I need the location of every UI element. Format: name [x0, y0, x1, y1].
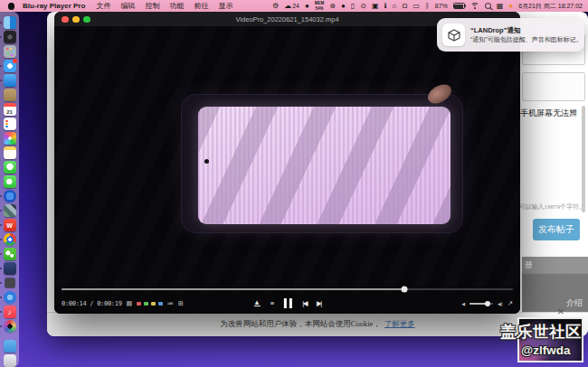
desktop: Blu-ray Player Pro 文件编辑控制功能前往显示 ⚙☁24●MEM… — [0, 0, 588, 367]
input-source-icon[interactable]: ▦ — [497, 3, 504, 10]
record-icon[interactable]: ⊙ — [360, 3, 366, 10]
watermark-community: 盖乐世社区 — [500, 321, 582, 343]
photos-icon — [4, 132, 16, 145]
collage-icon — [4, 204, 16, 217]
dock-playerdisc[interactable] — [4, 320, 16, 333]
speaker-wave-glyph: ) — [501, 301, 503, 306]
stop-square-icon[interactable]: ▣ — [372, 3, 379, 10]
menu-app-name[interactable]: Blu-ray Player Pro — [23, 2, 85, 10]
dock-wps[interactable]: W — [4, 219, 16, 231]
menu-编辑[interactable]: 编辑 — [120, 1, 135, 11]
menu-控制[interactable]: 控制 — [145, 1, 159, 11]
running-indicator — [0, 65, 2, 67]
running-indicator — [0, 195, 2, 197]
notification-badge — [13, 59, 17, 63]
notification-texts: “LANDrop”通知 “通知”可能包括提醒、声音和图标标记。 — [470, 26, 579, 44]
dock-photos[interactable] — [4, 132, 16, 145]
screen-record-dot-icon[interactable]: ● — [508, 3, 513, 10]
bluetooth-icon[interactable]: ᛒ — [425, 3, 430, 10]
menu-bar: Blu-ray Player Pro 文件编辑控制功能前往显示 ⚙☁24●MEM… — [0, 0, 588, 12]
menu-items: 文件编辑控制功能前往显示 — [96, 1, 232, 11]
dock-messages[interactable] — [4, 161, 16, 174]
controls-right-group: ◀ ◀) ↗ — [461, 300, 513, 307]
seek-progress — [62, 288, 404, 290]
video-canvas[interactable]: 0:00:14 / 0:00:19 ▤ ≔ ⊞ ▲ ≡ |◀ ▶| ◀ — [54, 26, 520, 314]
apple-menu-icon[interactable] — [8, 3, 14, 10]
notification-banner[interactable]: “LANDrop”通知 “通知”可能包括提醒、声音和图标标记。 — [437, 18, 584, 52]
dock-cblue[interactable] — [4, 190, 16, 202]
volume-slider[interactable] — [469, 303, 493, 305]
volume-low-icon[interactable]: ◀ — [461, 301, 465, 306]
pause-button[interactable] — [284, 298, 292, 308]
running-indicator — [0, 224, 2, 226]
dock-mail[interactable] — [4, 74, 16, 87]
page-scrollbar[interactable] — [582, 106, 585, 212]
battery-icon[interactable] — [453, 3, 465, 9]
dock-darkdisc[interactable] — [4, 31, 16, 43]
close-overlay-icon[interactable]: × — [557, 306, 564, 317]
panel-row-text: 册 — [522, 257, 588, 273]
panel-row-text: 介绍 — [566, 297, 583, 309]
dock-notes[interactable] — [4, 146, 16, 159]
notification-title: “LANDrop”通知 — [470, 26, 579, 35]
grid-icon[interactable]: ⊞ — [178, 300, 184, 307]
playlist-icon[interactable]: ≔ — [167, 300, 174, 307]
wifi-icon[interactable] — [470, 3, 479, 10]
seek-handle[interactable] — [402, 287, 408, 293]
chapters-icon[interactable]: ▤ — [127, 300, 133, 307]
dock-safari[interactable] — [4, 60, 16, 72]
publish-post-button[interactable]: 发布帖子 — [533, 219, 580, 240]
memory-indicator[interactable]: MEM54% — [315, 1, 325, 11]
downloads-icon — [4, 340, 16, 353]
menu-前往[interactable]: 前往 — [194, 1, 208, 11]
document-icon[interactable]: ▯ — [351, 3, 355, 10]
dock-collage[interactable] — [4, 204, 16, 217]
fullscreen-icon[interactable]: ↗ — [507, 300, 513, 307]
dock-downloads[interactable] — [4, 340, 16, 353]
cloud-icon[interactable]: ☁24 — [284, 3, 299, 10]
headphones-icon[interactable]: Ω — [402, 3, 407, 10]
dock-calendar[interactable]: 21 — [4, 103, 16, 116]
home-icon[interactable]: ⌂ — [393, 3, 397, 10]
form-field-bottom[interactable] — [522, 72, 585, 101]
dock-applemusic[interactable]: ♪ — [4, 306, 16, 318]
dock-finder[interactable] — [4, 16, 16, 29]
next-track-icon[interactable]: ▶| — [317, 300, 321, 307]
eject-icon[interactable]: ▲ — [253, 300, 260, 307]
applemusic-icon: ♪ — [4, 306, 16, 318]
dock-tanapp[interactable] — [4, 89, 16, 101]
datetime[interactable]: 6月21日 周二 18:27:02 — [518, 2, 583, 11]
dock-chrome[interactable] — [4, 233, 16, 246]
running-indicator — [0, 253, 2, 255]
color-markers[interactable] — [137, 302, 163, 306]
dark-circle-icon[interactable]: ● — [305, 3, 309, 10]
dock-reminders[interactable] — [4, 118, 16, 130]
seek-bar[interactable] — [62, 288, 513, 290]
previous-track-icon[interactable]: |◀ — [302, 300, 307, 307]
gear-icon[interactable]: ⚙ — [272, 3, 279, 10]
dock-bluemusic[interactable] — [4, 291, 16, 304]
volume-handle[interactable] — [485, 301, 490, 306]
menu-list-icon[interactable]: ≡ — [270, 299, 274, 307]
menu-文件[interactable]: 文件 — [96, 1, 110, 11]
black-dot-icon[interactable]: ● — [341, 3, 346, 10]
menu-功能[interactable]: 功能 — [169, 1, 184, 11]
volume-high-icon[interactable]: ◀) — [498, 301, 503, 306]
dock-trash[interactable] — [4, 354, 16, 367]
notification-body: “通知”可能包括提醒、声音和图标标记。 — [470, 35, 579, 44]
menu-显示[interactable]: 显示 — [218, 1, 232, 11]
wps-icon: W — [4, 219, 16, 231]
dock-mic[interactable] — [4, 277, 16, 289]
dock-wechat[interactable] — [4, 248, 16, 260]
keyboard-icon[interactable]: ▭ — [413, 3, 420, 10]
dock-facetime[interactable] — [4, 175, 16, 188]
flower-icon[interactable]: ⊛ — [329, 3, 336, 10]
finder-icon — [4, 16, 16, 29]
info-icon[interactable]: ℹ — [384, 3, 387, 10]
search-icon[interactable] — [485, 3, 491, 9]
battery-percent[interactable]: 87% — [435, 3, 448, 9]
running-indicator — [0, 80, 2, 81]
cookie-learn-more-link[interactable]: 了解更多 — [384, 319, 415, 330]
dock-navyapp[interactable] — [4, 262, 16, 275]
dock-launchpad[interactable] — [4, 45, 16, 58]
